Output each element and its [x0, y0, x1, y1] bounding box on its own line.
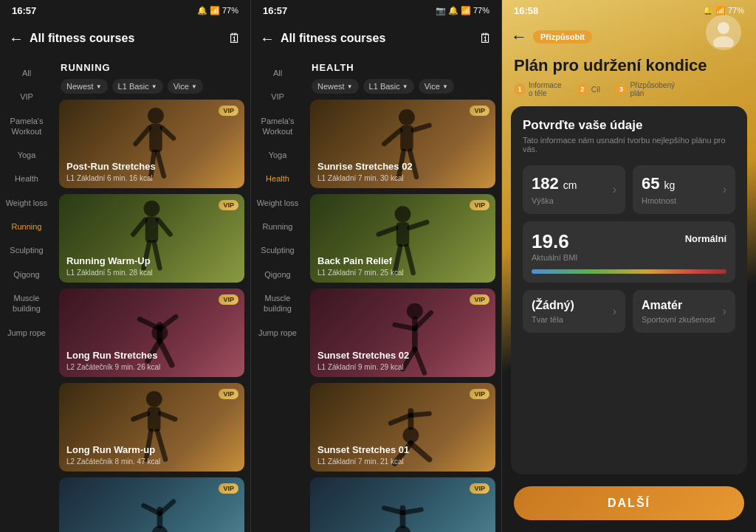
confirm-title: Potvrďte vaše údaje — [523, 118, 735, 133]
filter-newest-2[interactable]: Newest ▼ — [312, 79, 359, 94]
sidebar-item-running-1[interactable]: Running — [0, 215, 53, 238]
filter-more-2[interactable]: Vice ▼ — [419, 79, 454, 94]
sidebar-item-weightloss-2[interactable]: Weight loss — [251, 192, 304, 214]
body-shape-value: (Žádný) — [532, 299, 616, 312]
svg-line-2 — [136, 128, 150, 144]
filter-level-1[interactable]: L1 Basic ▼ — [112, 79, 163, 94]
phone-panel-2: 16:57 📷 🔔 📶 77% ← All fitness courses 🗓 … — [251, 0, 502, 532]
sidebar-item-all-1[interactable]: All — [0, 62, 53, 84]
course-bg-5 — [59, 477, 244, 532]
height-arrow-icon: › — [613, 183, 616, 196]
health-card-2[interactable]: Back Pain Relief L1 Základní 7 min. 25 k… — [310, 194, 495, 283]
right-back-icon[interactable]: ← — [511, 27, 527, 46]
health-card-3[interactable]: Sunset Stretches 02 L1 Základní 9 min. 2… — [310, 289, 495, 377]
sidebar-item-all-2[interactable]: All — [251, 62, 304, 84]
svg-point-0 — [148, 108, 164, 124]
sidebar-item-health-2[interactable]: Health — [251, 167, 304, 190]
health-meta-1: L1 Základní 7 min. 30 kcal — [317, 174, 413, 182]
courses-list-1: Post-Run Stretches L1 Základní 6 min. 16… — [53, 100, 250, 532]
sidebar-item-vip-2[interactable]: VIP — [251, 86, 304, 108]
experience-cell[interactable]: Amatér Sportovní zkušenost › — [633, 290, 735, 333]
health-card-4[interactable]: Sunset Stretches 01 L1 Základní 7 min. 2… — [310, 383, 495, 471]
health-fig-5 — [310, 477, 495, 532]
sidebar-item-vip-1[interactable]: VIP — [0, 86, 53, 108]
health-bg-5 — [310, 477, 495, 532]
weight-cell[interactable]: 65 kg Hmotnost › — [633, 165, 735, 214]
health-meta-4: L1 Základní 7 min. 21 kcal — [317, 457, 409, 466]
course-meta-2: L1 Základní 5 min. 28 kcal — [66, 269, 153, 277]
sidebar-item-yoga-1[interactable]: Yoga — [0, 144, 53, 166]
course-card-5[interactable]: Lower Body Stretches L1 Základní 10 min.… — [59, 477, 244, 532]
status-time-1: 16:57 — [12, 5, 36, 16]
top-bar-2: ← All fitness courses 🗓 — [251, 21, 501, 56]
back-icon-2[interactable]: ← — [260, 30, 275, 47]
course-info-2: Running Warm-Up L1 Základní 5 min. 28 kc… — [59, 249, 160, 283]
step-dots-1: ··· — [566, 86, 571, 94]
course-card-4[interactable]: Long Run Warm-up L2 Začátečník 8 min. 47… — [59, 383, 244, 471]
sidebar-item-muscle-2[interactable]: Muscle building — [251, 287, 304, 320]
health-title-1: Sunrise Stretches 02 — [317, 161, 413, 172]
dalsi-button[interactable]: DALŠÍ — [514, 486, 744, 520]
sidebar-item-health-1[interactable]: Health — [0, 167, 53, 190]
sidebar-item-yoga-2[interactable]: Yoga — [251, 144, 304, 166]
svg-rect-19 — [148, 407, 160, 432]
back-icon-1[interactable]: ← — [9, 30, 24, 47]
sidebar-item-pamela-1[interactable]: Pamela's Workout — [0, 110, 53, 143]
health-info-2: Back Pain Relief L1 Základní 7 min. 25 k… — [310, 249, 411, 283]
sidebar-item-qigong-1[interactable]: Qigong — [0, 263, 53, 286]
svg-line-27 — [159, 502, 173, 514]
svg-line-32 — [384, 130, 400, 144]
body-shape-label: Tvar těla — [532, 315, 616, 324]
health-vip-4: VIP — [470, 389, 489, 399]
phone-panel-1: 16:57 🔔 📶 77% ← All fitness courses 🗓 Al… — [0, 0, 251, 532]
health-card-5[interactable]: Abs Activation L1 Základní 8 min. 40 kca… — [310, 477, 495, 532]
step-num-2: 2 — [577, 83, 588, 95]
steps-bar: 1 Informaceo těle ··· 2 Cíl ··· 3 Přizpů… — [502, 81, 756, 106]
bmi-cell-inner: 19.6 Aktuální BMI Normální — [532, 230, 726, 262]
bmi-cell[interactable]: 19.6 Aktuální BMI Normální — [523, 221, 735, 283]
sidebar-item-sculpting-1[interactable]: Sculpting — [0, 239, 53, 261]
svg-line-17 — [159, 317, 176, 328]
courses-list-2: Sunrise Stretches 02 L1 Základní 7 min. … — [304, 100, 501, 532]
sidebar-item-running-2[interactable]: Running — [251, 215, 304, 238]
page-title-1: All fitness courses — [30, 32, 222, 45]
sidebar-item-muscle-1[interactable]: Muscle building — [0, 287, 53, 320]
sidebar-item-weightloss-1[interactable]: Weight loss — [0, 192, 53, 214]
step-2: 2 Cíl — [577, 83, 600, 95]
course-card-3[interactable]: Long Run Stretches L2 Začátečník 9 min. … — [59, 289, 244, 377]
arrow-icon-6: ▼ — [442, 83, 448, 90]
step-3: 3 Přizpůsobenýplán — [615, 81, 675, 97]
prizpusobit-badge[interactable]: Přizpůsobit — [533, 30, 592, 44]
plan-title: Plán pro udržení kondice — [502, 53, 756, 81]
course-card-1[interactable]: Post-Run Stretches L1 Základní 6 min. 16… — [59, 100, 244, 188]
health-card-1[interactable]: Sunrise Stretches 02 L1 Základní 7 min. … — [310, 100, 495, 188]
health-vip-1: VIP — [470, 106, 489, 116]
calendar-icon-2[interactable]: 🗓 — [479, 31, 492, 46]
vip-badge-1: VIP — [219, 106, 238, 116]
height-cell[interactable]: 182 cm Výška › — [523, 165, 625, 214]
svg-line-8 — [133, 220, 145, 235]
svg-line-9 — [158, 220, 170, 235]
filter-more-1[interactable]: Vice ▼ — [168, 79, 203, 94]
sidebar-item-qigong-2[interactable]: Qigong — [251, 263, 304, 286]
health-title-2: Back Pain Relief — [317, 255, 404, 266]
filter-level-2[interactable]: L1 Basic ▼ — [363, 79, 414, 94]
calendar-icon-1[interactable]: 🗓 — [228, 31, 241, 46]
weight-unit: kg — [664, 179, 676, 191]
weight-label: Hmotnost — [642, 196, 726, 205]
course-card-2[interactable]: Running Warm-Up L1 Základní 5 min. 28 kc… — [59, 194, 244, 283]
svg-point-61 — [713, 36, 734, 47]
sidebar-item-pamela-2[interactable]: Pamela's Workout — [251, 110, 304, 143]
avatar — [706, 15, 741, 50]
svg-point-60 — [718, 22, 729, 34]
category-header-1: RUNNING — [53, 56, 250, 76]
filter-newest-1[interactable]: Newest ▼ — [61, 79, 108, 94]
body-shape-cell[interactable]: (Žádný) Tvar těla › — [523, 290, 625, 333]
sidebar-item-sculpting-2[interactable]: Sculpting — [251, 239, 304, 261]
health-title-3: Sunset Stretches 02 — [317, 350, 409, 361]
sidebar-item-jumprope-1[interactable]: Jump rope — [0, 322, 53, 344]
arrow-icon-2: ▼ — [151, 83, 157, 90]
status-bar-1: 16:57 🔔 📶 77% — [0, 0, 250, 21]
step-label-1: Informaceo těle — [529, 81, 561, 97]
sidebar-item-jumprope-2[interactable]: Jump rope — [251, 322, 304, 344]
